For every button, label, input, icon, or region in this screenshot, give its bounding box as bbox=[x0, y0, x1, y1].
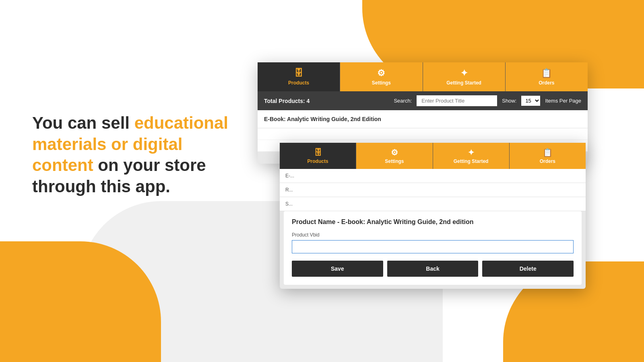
sparkle-icon: ✦ bbox=[460, 68, 468, 78]
overlay-nav-settings[interactable]: ⚙ Settings bbox=[356, 143, 433, 169]
delete-button[interactable]: Delete bbox=[482, 261, 574, 277]
overlay-orders-icon: 📋 bbox=[543, 148, 553, 157]
overlay-settings-icon: ⚙ bbox=[391, 148, 398, 157]
nav-item-settings[interactable]: ⚙ Settings bbox=[340, 62, 423, 91]
marketing-headline: You can sell educational materials or di… bbox=[32, 113, 242, 197]
overlay-nav-label-orders: Orders bbox=[540, 158, 555, 164]
settings-icon: ⚙ bbox=[377, 68, 385, 78]
database-icon: 🗄 bbox=[294, 68, 303, 78]
per-page-label: Items Per Page bbox=[545, 98, 581, 104]
overlay-nav-label-getting-started: Getting Started bbox=[454, 158, 489, 164]
nav-item-getting-started[interactable]: ✦ Getting Started bbox=[423, 62, 506, 91]
nav-label-orders: Orders bbox=[539, 80, 554, 86]
overlay-sparkle-icon: ✦ bbox=[468, 148, 475, 157]
product-name-title: Product Name - E-book: Analytic Writing … bbox=[292, 218, 574, 226]
product-detail-form: Product Name - E-book: Analytic Writing … bbox=[284, 211, 582, 285]
vbid-input[interactable] bbox=[292, 240, 574, 253]
product-item-2[interactable] bbox=[258, 128, 588, 140]
overlay-nav-getting-started[interactable]: ✦ Getting Started bbox=[433, 143, 510, 169]
overlay-database-icon: 🗄 bbox=[314, 148, 322, 157]
orders-icon: 📋 bbox=[541, 68, 552, 78]
show-label: Show: bbox=[502, 98, 516, 104]
nav-label-products: Products bbox=[288, 80, 309, 86]
overlay-row-1[interactable]: E-... bbox=[280, 169, 586, 183]
vbid-label: Product Vbid bbox=[292, 232, 574, 238]
overlay-nav-orders[interactable]: 📋 Orders bbox=[510, 143, 586, 169]
overlay-row-2[interactable]: R... bbox=[280, 183, 586, 197]
product-title-1: E-Book: Analytic Writing Guide, 2nd Edit… bbox=[264, 116, 581, 122]
product-item-1[interactable]: E-Book: Analytic Writing Guide, 2nd Edit… bbox=[258, 110, 588, 128]
total-products-label: Total Products: 4 bbox=[264, 98, 310, 104]
overlay-content: E-... R... S... bbox=[280, 169, 586, 211]
headline-static-1: You can sell bbox=[32, 113, 134, 132]
search-bar: Total Products: 4 Search: Show: 15 25 50… bbox=[258, 91, 588, 110]
nav-item-products[interactable]: 🗄 Products bbox=[258, 62, 340, 91]
overlay-window: 🗄 Products ⚙ Settings ✦ Getting Started … bbox=[280, 143, 586, 289]
save-button[interactable]: Save bbox=[292, 261, 383, 277]
overlay-nav: 🗄 Products ⚙ Settings ✦ Getting Started … bbox=[280, 143, 586, 169]
overlay-nav-label-settings: Settings bbox=[385, 158, 404, 164]
left-content: You can sell educational materials or di… bbox=[32, 113, 242, 197]
overlay-nav-label-products: Products bbox=[308, 158, 328, 164]
search-label: Search: bbox=[394, 98, 412, 104]
nav-label-getting-started: Getting Started bbox=[446, 80, 481, 86]
overlay-nav-products[interactable]: 🗄 Products bbox=[280, 143, 356, 169]
per-page-select[interactable]: 15 25 50 bbox=[521, 96, 540, 106]
search-input[interactable] bbox=[417, 95, 497, 106]
back-button[interactable]: Back bbox=[387, 261, 479, 277]
nav-label-settings: Settings bbox=[372, 80, 391, 86]
overlay-row-3[interactable]: S... bbox=[280, 197, 586, 211]
nav-item-orders[interactable]: 📋 Orders bbox=[506, 62, 588, 91]
button-row: Save Back Delete bbox=[292, 261, 574, 277]
main-nav-bar: 🗄 Products ⚙ Settings ✦ Getting Started … bbox=[258, 62, 588, 91]
